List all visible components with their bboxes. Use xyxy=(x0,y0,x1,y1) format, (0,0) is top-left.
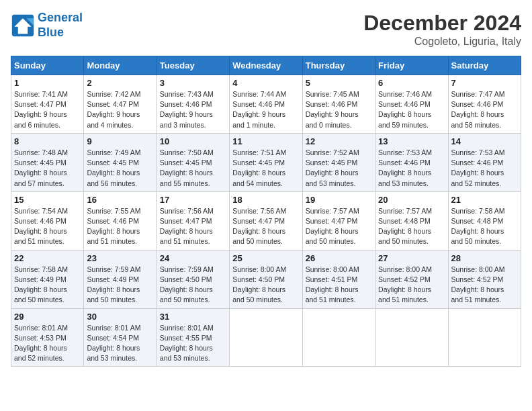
day-info: Sunrise: 7:53 AM Sunset: 4:46 PM Dayligh… xyxy=(451,148,518,189)
day-number: 17 xyxy=(160,195,226,205)
weekday-header-row: SundayMondayTuesdayWednesdayThursdayFrid… xyxy=(11,56,521,75)
day-number: 30 xyxy=(87,312,153,322)
day-info: Sunrise: 7:45 AM Sunset: 4:46 PM Dayligh… xyxy=(306,89,372,130)
calendar-week-row: 8Sunrise: 7:48 AM Sunset: 4:45 PM Daylig… xyxy=(11,133,521,191)
day-info: Sunrise: 8:01 AM Sunset: 4:54 PM Dayligh… xyxy=(87,323,153,364)
calendar-cell xyxy=(302,308,375,367)
day-info: Sunrise: 7:46 AM Sunset: 4:46 PM Dayligh… xyxy=(378,89,445,130)
day-info: Sunrise: 7:49 AM Sunset: 4:45 PM Dayligh… xyxy=(87,148,153,189)
weekday-header-sunday: Sunday xyxy=(11,56,84,75)
day-number: 24 xyxy=(160,253,226,263)
day-info: Sunrise: 7:58 AM Sunset: 4:48 PM Dayligh… xyxy=(451,206,518,247)
day-info: Sunrise: 7:56 AM Sunset: 4:47 PM Dayligh… xyxy=(160,206,226,247)
day-info: Sunrise: 7:44 AM Sunset: 4:46 PM Dayligh… xyxy=(232,89,299,130)
day-number: 21 xyxy=(451,195,518,205)
logo-line2: Blue xyxy=(38,26,64,39)
calendar-cell: 14Sunrise: 7:53 AM Sunset: 4:46 PM Dayli… xyxy=(448,133,521,191)
day-info: Sunrise: 8:00 AM Sunset: 4:50 PM Dayligh… xyxy=(232,265,299,306)
location-title: Cogoleto, Liguria, Italy xyxy=(363,36,521,48)
calendar-cell: 3Sunrise: 7:43 AM Sunset: 4:46 PM Daylig… xyxy=(157,75,229,134)
calendar-cell: 22Sunrise: 7:58 AM Sunset: 4:49 PM Dayli… xyxy=(11,250,84,308)
day-info: Sunrise: 7:50 AM Sunset: 4:45 PM Dayligh… xyxy=(160,148,226,189)
calendar-cell: 6Sunrise: 7:46 AM Sunset: 4:46 PM Daylig… xyxy=(375,75,448,134)
day-number: 26 xyxy=(306,253,372,263)
calendar-cell: 12Sunrise: 7:52 AM Sunset: 4:45 PM Dayli… xyxy=(302,133,375,191)
calendar-cell: 5Sunrise: 7:45 AM Sunset: 4:46 PM Daylig… xyxy=(302,75,375,134)
day-number: 29 xyxy=(14,312,81,322)
day-number: 16 xyxy=(87,195,153,205)
calendar-cell: 24Sunrise: 7:59 AM Sunset: 4:50 PM Dayli… xyxy=(157,250,229,308)
calendar-week-row: 15Sunrise: 7:54 AM Sunset: 4:46 PM Dayli… xyxy=(11,191,521,250)
calendar-cell: 2Sunrise: 7:42 AM Sunset: 4:47 PM Daylig… xyxy=(84,75,157,134)
day-info: Sunrise: 7:59 AM Sunset: 4:49 PM Dayligh… xyxy=(87,265,153,306)
day-info: Sunrise: 7:41 AM Sunset: 4:47 PM Dayligh… xyxy=(14,89,81,130)
calendar-cell xyxy=(230,308,302,367)
day-number: 2 xyxy=(87,78,153,88)
calendar-cell: 1Sunrise: 7:41 AM Sunset: 4:47 PM Daylig… xyxy=(11,75,84,134)
logo-line1: General xyxy=(38,11,83,24)
weekday-header-tuesday: Tuesday xyxy=(157,56,229,75)
day-info: Sunrise: 7:52 AM Sunset: 4:45 PM Dayligh… xyxy=(306,148,372,189)
calendar-cell: 11Sunrise: 7:51 AM Sunset: 4:45 PM Dayli… xyxy=(230,133,302,191)
day-number: 20 xyxy=(378,195,445,205)
calendar-cell: 23Sunrise: 7:59 AM Sunset: 4:49 PM Dayli… xyxy=(84,250,157,308)
day-number: 8 xyxy=(14,136,81,146)
day-info: Sunrise: 7:56 AM Sunset: 4:47 PM Dayligh… xyxy=(232,206,299,247)
calendar-cell: 31Sunrise: 8:01 AM Sunset: 4:55 PM Dayli… xyxy=(157,308,229,367)
calendar-cell: 19Sunrise: 7:57 AM Sunset: 4:47 PM Dayli… xyxy=(302,191,375,250)
day-number: 11 xyxy=(232,136,299,146)
calendar-cell: 7Sunrise: 7:47 AM Sunset: 4:46 PM Daylig… xyxy=(448,75,521,134)
day-info: Sunrise: 7:53 AM Sunset: 4:46 PM Dayligh… xyxy=(378,148,445,189)
day-info: Sunrise: 7:48 AM Sunset: 4:45 PM Dayligh… xyxy=(14,148,81,189)
day-number: 4 xyxy=(232,78,299,88)
calendar-cell: 17Sunrise: 7:56 AM Sunset: 4:47 PM Dayli… xyxy=(157,191,229,250)
day-number: 1 xyxy=(14,78,81,88)
calendar-cell: 13Sunrise: 7:53 AM Sunset: 4:46 PM Dayli… xyxy=(375,133,448,191)
day-number: 25 xyxy=(232,253,299,263)
day-number: 3 xyxy=(160,78,226,88)
day-number: 7 xyxy=(451,78,518,88)
logo: General Blue xyxy=(11,11,83,40)
day-info: Sunrise: 7:59 AM Sunset: 4:50 PM Dayligh… xyxy=(160,265,226,306)
day-number: 18 xyxy=(232,195,299,205)
day-number: 13 xyxy=(378,136,445,146)
day-info: Sunrise: 8:00 AM Sunset: 4:52 PM Dayligh… xyxy=(378,265,445,306)
day-info: Sunrise: 8:00 AM Sunset: 4:51 PM Dayligh… xyxy=(306,265,372,306)
calendar-cell: 29Sunrise: 8:01 AM Sunset: 4:53 PM Dayli… xyxy=(11,308,84,367)
day-number: 6 xyxy=(378,78,445,88)
day-number: 23 xyxy=(87,253,153,263)
calendar-cell: 20Sunrise: 7:57 AM Sunset: 4:48 PM Dayli… xyxy=(375,191,448,250)
logo-icon xyxy=(11,13,35,38)
day-info: Sunrise: 7:43 AM Sunset: 4:46 PM Dayligh… xyxy=(160,89,226,130)
day-info: Sunrise: 7:54 AM Sunset: 4:46 PM Dayligh… xyxy=(14,206,81,247)
calendar-cell: 26Sunrise: 8:00 AM Sunset: 4:51 PM Dayli… xyxy=(302,250,375,308)
day-info: Sunrise: 7:57 AM Sunset: 4:47 PM Dayligh… xyxy=(306,206,372,247)
day-info: Sunrise: 7:55 AM Sunset: 4:46 PM Dayligh… xyxy=(87,206,153,247)
calendar-table: SundayMondayTuesdayWednesdayThursdayFrid… xyxy=(11,56,521,367)
calendar-week-row: 22Sunrise: 7:58 AM Sunset: 4:49 PM Dayli… xyxy=(11,250,521,308)
day-number: 5 xyxy=(306,78,372,88)
page-header: General Blue December 2024 Cogoleto, Lig… xyxy=(11,11,521,48)
weekday-header-wednesday: Wednesday xyxy=(230,56,302,75)
calendar-week-row: 29Sunrise: 8:01 AM Sunset: 4:53 PM Dayli… xyxy=(11,308,521,367)
day-number: 15 xyxy=(14,195,81,205)
day-number: 10 xyxy=(160,136,226,146)
day-info: Sunrise: 7:42 AM Sunset: 4:47 PM Dayligh… xyxy=(87,89,153,130)
calendar-cell: 30Sunrise: 8:01 AM Sunset: 4:54 PM Dayli… xyxy=(84,308,157,367)
calendar-cell: 8Sunrise: 7:48 AM Sunset: 4:45 PM Daylig… xyxy=(11,133,84,191)
weekday-header-friday: Friday xyxy=(375,56,448,75)
calendar-cell xyxy=(375,308,448,367)
calendar-cell: 27Sunrise: 8:00 AM Sunset: 4:52 PM Dayli… xyxy=(375,250,448,308)
day-info: Sunrise: 7:51 AM Sunset: 4:45 PM Dayligh… xyxy=(232,148,299,189)
day-number: 19 xyxy=(306,195,372,205)
title-block: December 2024 Cogoleto, Liguria, Italy xyxy=(363,11,521,48)
day-info: Sunrise: 8:00 AM Sunset: 4:52 PM Dayligh… xyxy=(451,265,518,306)
month-title: December 2024 xyxy=(363,11,521,36)
calendar-cell: 18Sunrise: 7:56 AM Sunset: 4:47 PM Dayli… xyxy=(230,191,302,250)
day-number: 9 xyxy=(87,136,153,146)
day-info: Sunrise: 8:01 AM Sunset: 4:55 PM Dayligh… xyxy=(160,323,226,364)
day-number: 28 xyxy=(451,253,518,263)
calendar-cell: 15Sunrise: 7:54 AM Sunset: 4:46 PM Dayli… xyxy=(11,191,84,250)
day-number: 27 xyxy=(378,253,445,263)
weekday-header-saturday: Saturday xyxy=(448,56,521,75)
